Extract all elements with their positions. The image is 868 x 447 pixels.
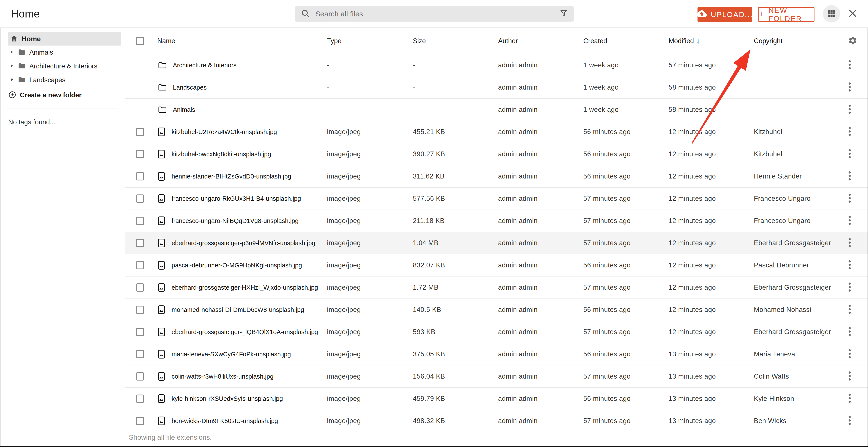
row-menu-button[interactable]: [848, 215, 851, 227]
row-menu-button[interactable]: [848, 260, 851, 271]
table-row[interactable]: Architecture & Interiors - - admin admin…: [125, 54, 868, 77]
file-name[interactable]: Architecture & Interiors: [173, 62, 237, 69]
row-checkbox[interactable]: [136, 217, 144, 225]
cell-size: 211.18 KB: [407, 217, 492, 225]
cell-author: admin admin: [492, 284, 577, 291]
file-name[interactable]: francesco-ungaro-RkGUx3H1-B4-unsplash.jp…: [172, 195, 301, 202]
sidebar-tree-item[interactable]: Landscapes: [0, 73, 125, 87]
row-checkbox[interactable]: [136, 372, 144, 381]
table-row[interactable]: hennie-stander-BtHtZsGvdD0-unsplash.jpg …: [125, 165, 868, 187]
folder-icon: [18, 76, 26, 85]
row-checkbox[interactable]: [136, 417, 144, 425]
table-footer: Showing all file extensions.: [125, 432, 868, 443]
row-menu-button[interactable]: [848, 149, 851, 160]
file-name[interactable]: eberhard-grossgasteiger-p3u9-lMVNfc-unsp…: [172, 240, 315, 247]
image-file-icon: [158, 216, 165, 226]
table-row[interactable]: Landscapes - - admin admin 1 week ago 58…: [125, 77, 868, 99]
table-row[interactable]: kitzbuhel-U2Reza4WCtk-unsplash.jpg image…: [125, 121, 868, 143]
row-menu-button[interactable]: [848, 82, 851, 93]
row-menu-button[interactable]: [848, 393, 851, 404]
table-row[interactable]: eberhard-grossgasteiger-p3u9-lMVNfc-unsp…: [125, 232, 868, 254]
column-header-created[interactable]: Created: [577, 37, 662, 45]
row-menu-button[interactable]: [848, 193, 851, 204]
chevron-right-icon[interactable]: [10, 50, 14, 55]
row-menu-button[interactable]: [848, 371, 851, 382]
sidebar-tree-item[interactable]: Animals: [0, 46, 125, 59]
row-menu-button[interactable]: [848, 304, 851, 315]
filter-icon[interactable]: [559, 9, 568, 19]
file-name[interactable]: pascal-debrunner-O-MG9HpNKgI-unsplash.jp…: [172, 262, 302, 269]
file-name[interactable]: Animals: [173, 106, 195, 113]
row-menu-button[interactable]: [848, 104, 851, 115]
table-row[interactable]: kyle-hinkson-rXSUedxSyIs-unsplash.jpg im…: [125, 388, 868, 410]
cell-size: 375.05 KB: [407, 350, 492, 358]
cell-author: admin admin: [492, 372, 577, 380]
row-menu-button[interactable]: [848, 415, 851, 426]
table-row[interactable]: eberhard-grossgasteiger-HXHzI_Wjxdo-unsp…: [125, 276, 868, 299]
row-checkbox[interactable]: [136, 128, 144, 136]
file-name[interactable]: hennie-stander-BtHtZsGvdD0-unsplash.jpg: [172, 173, 291, 180]
table-row[interactable]: maria-teneva-SXwCyG4FoPk-unsplash.jpg im…: [125, 343, 868, 365]
file-name[interactable]: ben-wicks-Dtm9FK50sIU-unsplash.jpg: [172, 417, 278, 424]
row-checkbox[interactable]: [136, 150, 144, 158]
table-row[interactable]: Animals - - admin admin 1 week ago 58 mi…: [125, 99, 868, 121]
row-checkbox[interactable]: [136, 172, 144, 180]
file-name[interactable]: eberhard-grossgasteiger-_lQB4QlX1oA-unsp…: [172, 328, 318, 336]
cell-type: image/jpeg: [321, 173, 407, 180]
sidebar-item-home[interactable]: Home: [8, 32, 121, 46]
new-folder-button[interactable]: + NEW FOLDER: [758, 7, 814, 22]
file-name[interactable]: kitzbuhel-bwcxNg8dkiI-unsplash.jpg: [172, 151, 271, 158]
row-checkbox[interactable]: [136, 328, 144, 336]
file-name[interactable]: maria-teneva-SXwCyG4FoPk-unsplash.jpg: [172, 351, 291, 358]
file-name[interactable]: francesco-ungaro-NilBQqD1Vg8-unsplash.jp…: [172, 217, 299, 225]
table-row[interactable]: eberhard-grossgasteiger-_lQB4QlX1oA-unsp…: [125, 321, 868, 343]
cell-author: admin admin: [492, 128, 577, 136]
chevron-right-icon[interactable]: [10, 64, 14, 69]
row-checkbox[interactable]: [136, 350, 144, 358]
column-header-size[interactable]: Size: [407, 37, 492, 45]
column-settings-button[interactable]: [841, 36, 868, 46]
sidebar-tree-item[interactable]: Architecture & Interiors: [0, 59, 125, 73]
file-name[interactable]: kyle-hinkson-rXSUedxSyIs-unsplash.jpg: [172, 395, 283, 402]
row-menu-button[interactable]: [848, 282, 851, 293]
file-name[interactable]: mohamed-nohassi-Di-DmLD6cW8-unsplash.jpg: [172, 306, 304, 314]
column-header-name[interactable]: Name: [151, 37, 321, 45]
row-menu-button[interactable]: [848, 60, 851, 71]
cell-modified: 13 minutes ago: [662, 417, 748, 425]
table-row[interactable]: ben-wicks-Dtm9FK50sIU-unsplash.jpg image…: [125, 410, 868, 432]
file-name[interactable]: colin-watts-r3wH8lliUxs-unsplash.jpg: [172, 373, 273, 380]
upload-button[interactable]: UPLOAD...: [698, 7, 752, 22]
column-header-modified[interactable]: Modified↓: [662, 37, 748, 45]
close-button[interactable]: [848, 9, 858, 19]
column-header-type[interactable]: Type: [321, 37, 407, 45]
column-header-author[interactable]: Author: [492, 37, 577, 45]
table-row[interactable]: pascal-debrunner-O-MG9HpNKgI-unsplash.jp…: [125, 254, 868, 276]
row-checkbox[interactable]: [136, 195, 144, 203]
file-name[interactable]: eberhard-grossgasteiger-HXHzI_Wjxdo-unsp…: [172, 284, 318, 291]
file-name[interactable]: kitzbuhel-U2Reza4WCtk-unsplash.jpg: [172, 128, 277, 136]
chevron-right-icon[interactable]: [10, 78, 14, 83]
file-name[interactable]: Landscapes: [173, 84, 207, 91]
row-menu-button[interactable]: [848, 326, 851, 337]
grid-view-toggle-button[interactable]: [823, 5, 840, 23]
row-checkbox[interactable]: [136, 306, 144, 314]
select-all-checkbox[interactable]: [125, 37, 151, 45]
row-checkbox[interactable]: [136, 239, 144, 247]
search-input[interactable]: Search all files: [295, 6, 574, 22]
table-row[interactable]: kitzbuhel-bwcxNg8dkiI-unsplash.jpg image…: [125, 143, 868, 165]
row-checkbox[interactable]: [136, 284, 144, 292]
row-menu-button[interactable]: [848, 349, 851, 360]
table-row[interactable]: francesco-ungaro-RkGUx3H1-B4-unsplash.jp…: [125, 187, 868, 210]
create-folder-button[interactable]: Create a new folder: [0, 88, 125, 102]
row-menu-button[interactable]: [848, 237, 851, 249]
row-menu-button[interactable]: [848, 126, 851, 138]
row-checkbox[interactable]: [136, 394, 144, 403]
table-row[interactable]: francesco-ungaro-NilBQqD1Vg8-unsplash.jp…: [125, 210, 868, 232]
table-row[interactable]: colin-watts-r3wH8lliUxs-unsplash.jpg ima…: [125, 365, 868, 388]
row-checkbox[interactable]: [136, 261, 144, 269]
cell-type: image/jpeg: [321, 284, 407, 291]
column-header-copyright[interactable]: Copyright: [748, 37, 841, 45]
folder-icon: [158, 105, 166, 114]
row-menu-button[interactable]: [848, 171, 851, 182]
table-row[interactable]: mohamed-nohassi-Di-DmLD6cW8-unsplash.jpg…: [125, 299, 868, 321]
